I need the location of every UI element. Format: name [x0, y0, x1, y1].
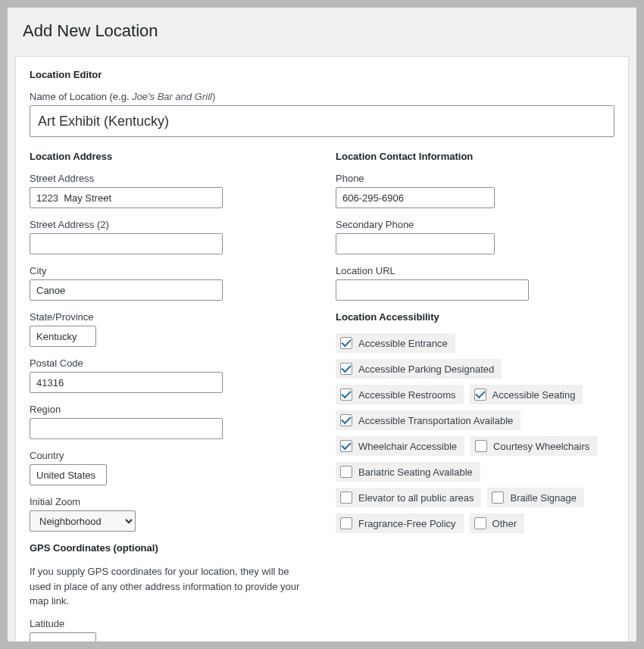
accessibility-grid: Accessible EntranceAccessible Parking De…	[336, 333, 614, 533]
gps-help: If you supply GPS coordinates for your l…	[30, 564, 308, 609]
accessibility-option[interactable]: Accessible Entrance	[336, 333, 455, 353]
checkbox-icon[interactable]	[492, 491, 504, 504]
accessibility-option[interactable]: Courtesy Wheelchairs	[470, 436, 597, 456]
contact-heading: Location Contact Information	[336, 151, 614, 162]
postal-input[interactable]	[30, 372, 223, 393]
street-label: Street Address	[30, 173, 308, 184]
checkbox-icon[interactable]	[340, 388, 352, 401]
zoom-select[interactable]: Neighborhood	[30, 510, 136, 532]
lat-label: Latitude	[30, 618, 308, 629]
zoom-label: Initial Zoom	[30, 496, 308, 507]
accessibility-label: Other	[492, 518, 517, 529]
lat-input[interactable]	[30, 632, 96, 642]
accessibility-label: Courtesy Wheelchairs	[493, 441, 589, 452]
accessibility-option[interactable]: Wheelchair Accessible	[336, 436, 464, 456]
accessibility-label: Accessible Restrooms	[358, 389, 456, 401]
checkbox-icon[interactable]	[474, 517, 486, 529]
postal-label: Postal Code	[30, 357, 308, 369]
street-input[interactable]	[30, 187, 223, 208]
accessibility-option[interactable]: Accessible Restrooms	[336, 385, 464, 404]
checkbox-icon[interactable]	[340, 466, 352, 478]
contact-column: Location Contact Information Phone Secon…	[336, 151, 614, 641]
address-heading: Location Address	[30, 151, 308, 162]
accessibility-label: Wheelchair Accessible	[358, 441, 457, 452]
url-input[interactable]	[336, 279, 529, 301]
accessibility-option[interactable]: Accessible Seating	[470, 385, 583, 404]
accessibility-label: Fragrance-Free Policy	[358, 518, 456, 529]
accessibility-option[interactable]: Elevator to all public areas	[336, 488, 481, 507]
location-editor-panel: Location Editor Name of Location (e.g. J…	[15, 56, 629, 641]
accessibility-option[interactable]: Accessible Parking Designated	[336, 359, 502, 379]
accessibility-option[interactable]: Braille Signage	[487, 488, 583, 507]
checkbox-icon[interactable]	[475, 440, 487, 452]
country-label: Country	[30, 450, 308, 461]
accessibility-label: Elevator to all public areas	[358, 492, 474, 504]
accessibility-label: Accessible Entrance	[358, 338, 448, 349]
city-label: City	[30, 265, 308, 276]
checkbox-icon[interactable]	[340, 363, 352, 375]
accessibility-option[interactable]: Other	[470, 513, 525, 533]
checkbox-icon[interactable]	[340, 337, 352, 349]
street2-label: Street Address (2)	[30, 219, 308, 230]
location-name-input[interactable]	[30, 105, 614, 137]
accessibility-label: Accessible Transportation Available	[358, 415, 513, 426]
checkbox-icon[interactable]	[340, 517, 352, 529]
name-label: Name of Location (e.g. Joe's Bar and Gri…	[30, 91, 614, 102]
street2-input[interactable]	[30, 233, 223, 254]
accessibility-option[interactable]: Bariatric Seating Available	[336, 462, 480, 482]
accessibility-label: Accessible Seating	[492, 389, 576, 401]
phone2-label: Secondary Phone	[336, 219, 614, 230]
accessibility-label: Accessible Parking Designated	[358, 364, 494, 375]
accessibility-label: Bariatric Seating Available	[358, 466, 473, 478]
state-input[interactable]	[30, 326, 96, 347]
gps-heading: GPS Coordinates (optional)	[30, 542, 308, 554]
page-title: Add New Location	[15, 15, 629, 56]
phone-input[interactable]	[336, 187, 495, 208]
phone2-input[interactable]	[336, 233, 495, 254]
checkbox-icon[interactable]	[340, 440, 352, 452]
accessibility-option[interactable]: Accessible Transportation Available	[336, 410, 521, 430]
panel-heading: Location Editor	[30, 69, 614, 80]
region-label: Region	[30, 404, 308, 415]
accessibility-heading: Location Accessibility	[336, 311, 614, 323]
url-label: Location URL	[336, 265, 614, 276]
checkbox-icon[interactable]	[340, 414, 352, 426]
accessibility-label: Braille Signage	[510, 492, 576, 504]
phone-label: Phone	[336, 173, 614, 184]
address-column: Location Address Street Address Street A…	[30, 151, 308, 641]
city-input[interactable]	[30, 279, 223, 301]
accessibility-option[interactable]: Fragrance-Free Policy	[336, 513, 464, 533]
checkbox-icon[interactable]	[474, 388, 486, 401]
country-input[interactable]	[30, 464, 107, 485]
checkbox-icon[interactable]	[340, 491, 352, 504]
region-input[interactable]	[30, 418, 223, 439]
state-label: State/Province	[30, 311, 308, 323]
